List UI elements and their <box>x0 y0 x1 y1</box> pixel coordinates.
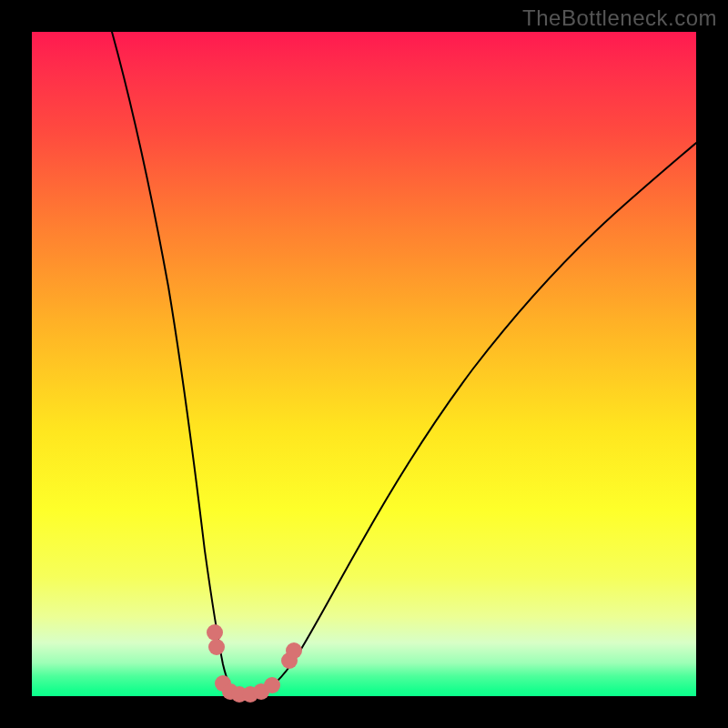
watermark-text: TheBottleneck.com <box>522 5 717 31</box>
curve-marker <box>207 624 223 641</box>
marker-group <box>207 624 302 703</box>
curve-overlay <box>32 32 696 696</box>
curve-marker <box>208 639 225 655</box>
curve-marker <box>286 642 302 659</box>
chart-stage: TheBottleneck.com <box>0 0 728 728</box>
bottleneck-curve <box>112 32 696 694</box>
curve-marker <box>264 677 280 693</box>
